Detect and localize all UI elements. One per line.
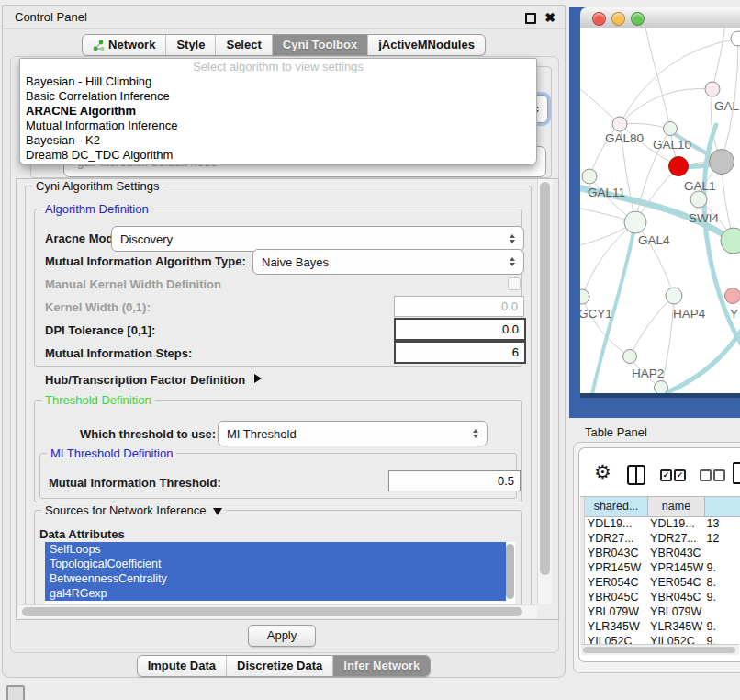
network-node-gal10[interactable] <box>664 122 678 136</box>
network-edge[interactable] <box>582 297 630 356</box>
aracne-mode-select[interactable]: Discovery <box>111 226 524 252</box>
table-cell[interactable]: YBR045C <box>647 590 704 604</box>
table-horizontal-scrollbar[interactable] <box>581 644 739 655</box>
which-threshold-select[interactable]: MI Threshold <box>218 421 488 446</box>
zoom-window-icon[interactable] <box>631 12 645 26</box>
attribute-item-betweennesscentrality[interactable]: BetweennessCentrality <box>45 571 506 586</box>
network-edge[interactable] <box>580 85 620 124</box>
hide-columns-icon[interactable] <box>700 469 712 481</box>
network-node-hap4[interactable] <box>666 288 682 304</box>
network-node-y[interactable] <box>725 288 740 304</box>
attribute-item-topologicalcoefficient[interactable]: TopologicalCoefficient <box>45 557 506 571</box>
table-row[interactable]: YER054CYER054C8. <box>580 575 740 590</box>
tab-select[interactable]: Select <box>215 35 271 55</box>
algorithm-option-mutual-information-inference[interactable]: Mutual Information Inference <box>20 119 536 133</box>
table-cell[interactable]: 8. <box>704 575 740 590</box>
table-cell[interactable]: YDL19... <box>585 516 647 531</box>
collapsed-panel-icon[interactable] <box>6 685 25 700</box>
column-header-name[interactable]: name <box>648 496 705 517</box>
table-row[interactable]: YBR045CYBR045C9. <box>580 590 740 604</box>
column-header-cut[interactable] <box>705 496 740 517</box>
algorithm-option-aracne-algorithm[interactable]: ARACNE Algorithm <box>20 104 536 119</box>
table-cell[interactable]: YDL19... <box>647 516 704 531</box>
close-icon[interactable]: ✖ <box>544 9 555 26</box>
horizontal-scrollbar-thumb[interactable] <box>22 607 522 616</box>
network-node-swi4[interactable] <box>690 191 707 208</box>
algorithm-option-basic-correlation-inference[interactable]: Basic Correlation Inference <box>20 89 536 104</box>
table-cell[interactable]: YBR043C <box>585 546 647 560</box>
tab-style[interactable]: Style <box>165 35 215 55</box>
network-canvas[interactable]: GALGAL80GAL10GAL1GAL11SWI4GAL4GCY1HAP4YH… <box>580 28 740 393</box>
table-cell[interactable]: YLR345W <box>585 619 647 634</box>
network-edge[interactable] <box>630 296 674 356</box>
show-columns-icon[interactable]: ✓ <box>660 469 672 481</box>
column-header-shared[interactable]: shared... <box>585 496 648 517</box>
table-scrollbar-thumb[interactable] <box>583 647 735 653</box>
horizontal-scrollbar[interactable] <box>17 604 537 618</box>
network-edge[interactable] <box>645 28 670 129</box>
table-cell[interactable]: 9. <box>704 619 740 634</box>
mi-steps-field[interactable]: 6 <box>394 341 526 364</box>
network-node-hap2[interactable] <box>623 350 637 364</box>
tab-impute-data[interactable]: Impute Data <box>138 656 226 676</box>
tab-cyni-toolbox[interactable]: Cyni Toolbox <box>272 35 367 55</box>
tab-network[interactable]: Network <box>83 35 165 55</box>
network-node-gal80[interactable] <box>612 117 627 131</box>
table-row[interactable]: YLR345WYLR345W9. <box>580 619 740 634</box>
table-cell[interactable]: 9. <box>704 590 740 604</box>
expand-right-icon[interactable] <box>254 374 262 383</box>
float-window-icon[interactable] <box>525 13 536 24</box>
table-cell[interactable]: YPR145W <box>585 560 647 575</box>
network-node-gcy1[interactable] <box>580 289 589 304</box>
dpi-tolerance-field[interactable]: 0.0 <box>394 318 526 341</box>
tab-infer-network[interactable]: Infer Network <box>332 656 430 676</box>
apply-button[interactable]: Apply <box>248 625 316 647</box>
page-icon[interactable] <box>733 462 740 484</box>
network-edge[interactable] <box>712 28 725 89</box>
collapse-down-icon[interactable] <box>213 508 222 515</box>
mi-type-select[interactable]: Naive Bayes <box>252 249 524 275</box>
algorithm-option-bayesian-k2[interactable]: Bayesian - K2 <box>20 133 536 148</box>
attribute-item-gal4rgexp[interactable]: gal4RGexp <box>45 586 506 601</box>
table-cell[interactable]: YPR145W <box>647 560 704 575</box>
tab-discretize-data[interactable]: Discretize Data <box>226 656 332 676</box>
network-node-gal[interactable] <box>705 82 720 96</box>
hide-columns-icon[interactable] <box>713 469 725 481</box>
network-node-gal4[interactable] <box>624 211 646 233</box>
table-cell[interactable]: YER054C <box>647 575 704 590</box>
tab-jactivemnodules[interactable]: jActiveMNodules <box>367 35 485 55</box>
show-columns-icon[interactable]: ✓ <box>674 469 686 481</box>
table-row[interactable]: YDR27...YDR27...12 <box>580 531 740 546</box>
table-cell[interactable]: 12 <box>704 531 740 546</box>
algorithm-option-bayesian-hill-climbing[interactable]: Bayesian - Hill Climbing <box>20 74 536 89</box>
split-columns-icon[interactable] <box>627 465 645 485</box>
network-edge[interactable] <box>620 88 712 124</box>
kernel-width-field[interactable]: 0.0 <box>394 296 524 317</box>
attribute-item-selfloops[interactable]: SelfLoops <box>45 542 506 557</box>
table-cell[interactable]: 9. <box>704 560 740 575</box>
network-node[interactable] <box>655 381 668 394</box>
table-row[interactable]: YPR145WYPR145W9. <box>580 560 740 575</box>
close-window-icon[interactable] <box>592 12 606 26</box>
network-node-gal1[interactable] <box>710 150 734 175</box>
table-cell[interactable]: YBR045C <box>585 590 647 604</box>
network-node-gal11[interactable] <box>582 169 597 184</box>
table-row[interactable]: YDL19...YDL19...13 <box>580 516 740 531</box>
table-cell[interactable] <box>704 546 740 560</box>
table-cell[interactable]: YDR27... <box>647 531 704 546</box>
manual-kernel-checkbox[interactable] <box>508 277 521 290</box>
table-row[interactable]: YBR043CYBR043C <box>580 546 740 560</box>
gear-icon[interactable]: ⚙ <box>594 461 611 483</box>
network-node[interactable] <box>731 31 740 46</box>
minimize-window-icon[interactable] <box>611 12 625 26</box>
network-window-titlebar[interactable] <box>580 7 740 29</box>
table-cell[interactable]: YBL079W <box>647 604 704 619</box>
table-cell[interactable]: YBL079W <box>585 604 647 619</box>
vertical-scrollbar[interactable] <box>537 179 552 604</box>
table-cell[interactable]: YDR27... <box>585 531 647 546</box>
table-cell[interactable] <box>704 604 740 619</box>
algorithm-option-dream8-dc-tdc-algorithm[interactable]: Dream8 DC_TDC Algorithm <box>20 148 536 163</box>
table-cell[interactable]: 13 <box>704 516 740 531</box>
mi-threshold-field[interactable]: 0.5 <box>388 470 521 491</box>
network-node[interactable] <box>669 157 689 176</box>
